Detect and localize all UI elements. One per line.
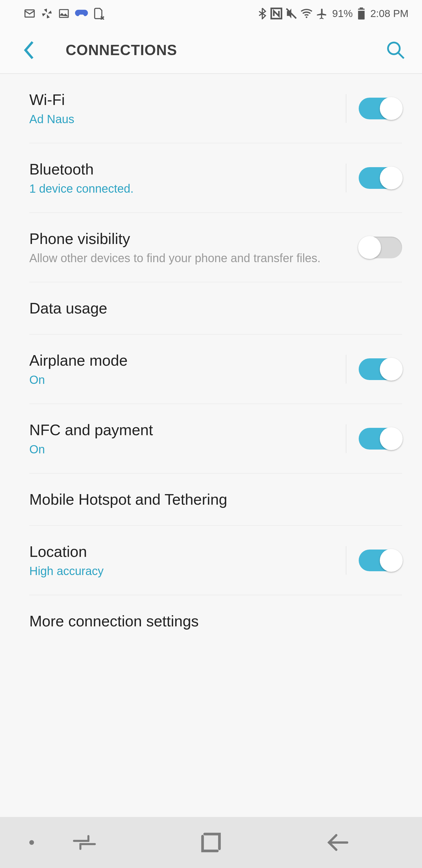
home-icon (200, 832, 222, 853)
airplane-mode-row[interactable]: Airplane mode On (29, 335, 402, 404)
svg-rect-6 (358, 10, 364, 11)
location-title: Location (29, 543, 339, 560)
controller-icon (75, 9, 88, 18)
data-usage-row[interactable]: Data usage (29, 282, 402, 335)
hotspot-row[interactable]: Mobile Hotspot and Tethering (29, 473, 402, 526)
nfc-icon (270, 7, 283, 20)
location-subtitle: High accuracy (29, 564, 339, 578)
nav-back-button[interactable] (324, 829, 351, 856)
svg-rect-4 (360, 8, 363, 9)
recents-icon (72, 835, 96, 850)
airplane-mode-title: Airplane mode (29, 351, 339, 369)
back-button[interactable] (13, 34, 45, 66)
status-left-icons (24, 7, 104, 20)
mute-icon (286, 8, 297, 19)
battery-icon (358, 7, 365, 20)
phone-visibility-row[interactable]: Phone visibility Allow other devices to … (29, 213, 402, 282)
bluetooth-title: Bluetooth (29, 160, 339, 178)
airplane-mode-toggle[interactable] (359, 358, 402, 380)
more-connection-row[interactable]: More connection settings (29, 595, 402, 647)
bluetooth-icon (257, 8, 267, 19)
status-right-icons: 91% 2:08 PM (257, 7, 409, 20)
divider (346, 546, 347, 575)
wifi-toggle[interactable] (359, 98, 402, 119)
clock: 2:08 PM (370, 8, 409, 19)
hotspot-title: Mobile Hotspot and Tethering (29, 491, 402, 508)
sim-off-icon (93, 7, 104, 20)
phone-visibility-title: Phone visibility (29, 230, 359, 248)
page-title: CONNECTIONS (66, 42, 177, 59)
wifi-title: Wi-Fi (29, 91, 339, 108)
airplane-mode-subtitle: On (29, 373, 339, 386)
home-button[interactable] (197, 829, 225, 856)
search-button[interactable] (381, 35, 410, 65)
nav-indicator-dot[interactable] (29, 840, 34, 845)
chevron-left-icon (23, 41, 35, 60)
navigation-bar (0, 817, 422, 868)
wifi-icon (300, 8, 313, 19)
divider (346, 355, 347, 383)
more-connection-title: More connection settings (29, 612, 402, 630)
recents-button[interactable] (71, 829, 98, 856)
bluetooth-row[interactable]: Bluetooth 1 device connected. (29, 144, 402, 213)
pinwheel-icon (41, 8, 53, 19)
bluetooth-subtitle: 1 device connected. (29, 182, 339, 195)
status-bar: 91% 2:08 PM (0, 0, 422, 27)
nfc-row[interactable]: NFC and payment On (29, 404, 402, 473)
wifi-row[interactable]: Wi-Fi Ad Naus (29, 74, 402, 144)
divider (346, 164, 347, 192)
wifi-subtitle: Ad Naus (29, 113, 339, 126)
image-icon (58, 8, 70, 19)
bluetooth-toggle[interactable] (359, 167, 402, 189)
battery-percentage: 91% (332, 8, 353, 19)
nfc-title: NFC and payment (29, 421, 339, 439)
divider (346, 94, 347, 123)
airplane-icon (316, 7, 328, 20)
divider (346, 424, 347, 453)
nfc-subtitle: On (29, 443, 339, 456)
settings-list: Wi-Fi Ad Naus Bluetooth 1 device connect… (0, 74, 422, 817)
nfc-toggle[interactable] (359, 428, 402, 450)
svg-point-7 (388, 42, 400, 54)
app-bar: CONNECTIONS (0, 27, 422, 74)
data-usage-title: Data usage (29, 300, 402, 317)
phone-visibility-toggle[interactable] (359, 237, 402, 258)
arrow-left-icon (326, 833, 349, 851)
phone-visibility-subtitle: Allow other devices to find your phone a… (29, 252, 359, 265)
location-row[interactable]: Location High accuracy (29, 526, 402, 595)
svg-point-3 (306, 17, 307, 18)
search-icon (386, 41, 405, 60)
location-toggle[interactable] (359, 550, 402, 571)
mail-icon (24, 7, 36, 20)
